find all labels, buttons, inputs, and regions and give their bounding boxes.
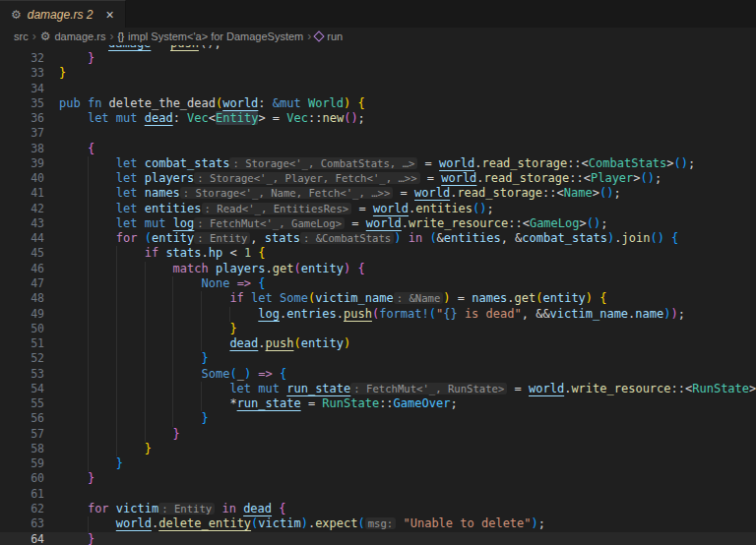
breadcrumb-item-run[interactable]: run xyxy=(315,30,343,42)
code-token xyxy=(401,231,408,245)
code-line[interactable]: 38 { xyxy=(0,142,756,156)
code-token xyxy=(59,246,145,260)
code-token: ( xyxy=(293,262,300,275)
code-line[interactable]: 48 if let Some(victim_name: &Name) = nam… xyxy=(0,291,756,306)
code-line[interactable]: 51 dead.push(entity) xyxy=(0,336,756,351)
close-icon[interactable]: × xyxy=(103,7,115,23)
code-line[interactable]: 53 Some(_) => { xyxy=(0,367,756,382)
code-line[interactable]: 62 for victim: Entity in dead { xyxy=(0,502,756,516)
tab-damage-rs[interactable]: ⚙ damage.rs 2 × xyxy=(0,0,126,28)
code-content: } xyxy=(44,471,756,486)
code-line[interactable]: 50 } xyxy=(0,322,756,336)
breadcrumb-item-impl[interactable]: {}impl System<'a> for DamageSystem xyxy=(117,30,303,42)
line-number[interactable]: 56 xyxy=(0,411,44,426)
line-number[interactable]: 38 xyxy=(0,142,44,156)
line-number[interactable]: 59 xyxy=(0,456,44,471)
code-token: victim_name xyxy=(550,307,628,321)
code-line[interactable]: 34 xyxy=(0,82,756,96)
line-number[interactable]: 64 xyxy=(0,532,44,545)
code-line-current[interactable]: 64 } xyxy=(0,532,756,545)
line-number[interactable]: 34 xyxy=(0,82,44,96)
line-number[interactable]: 42 xyxy=(0,202,44,216)
line-number[interactable]: 43 xyxy=(0,216,44,231)
line-number[interactable]: 32 xyxy=(0,51,44,66)
line-number[interactable]: 44 xyxy=(0,231,44,246)
code-line[interactable]: 39 let combat_stats: Storage<'_, CombatS… xyxy=(0,156,756,171)
line-number[interactable]: 46 xyxy=(0,262,44,276)
code-line[interactable]: 55 *run_state = RunState::GameOver; xyxy=(0,396,756,411)
line-number[interactable]: 47 xyxy=(0,276,44,291)
breadcrumb-item-src[interactable]: src xyxy=(14,30,29,42)
breadcrumb-item-damage.rs[interactable]: ⚙damage.rs xyxy=(40,30,106,42)
line-number[interactable]: 39 xyxy=(0,156,44,171)
code-line[interactable]: 46 match players.get(entity) { xyxy=(0,262,756,276)
code-line[interactable]: 56 } xyxy=(0,411,756,426)
line-number[interactable]: 52 xyxy=(0,351,44,366)
line-number[interactable]: 45 xyxy=(0,246,44,261)
code-line[interactable]: 36 let mut dead: Vec<Entity> = Vec::new(… xyxy=(0,111,756,126)
code-token: < xyxy=(222,246,244,260)
code-line[interactable]: 61 xyxy=(0,487,756,502)
line-number[interactable]: 55 xyxy=(0,396,44,411)
line-number[interactable]: 53 xyxy=(0,367,44,382)
code-token: ) xyxy=(681,156,688,170)
code-line[interactable]: 45 if stats.hp < 1 { xyxy=(0,246,756,261)
code-line[interactable]: 43 let mut log: FetchMut<'_, GameLog> = … xyxy=(0,216,756,231)
code-line[interactable]: 54 let mut run_state: FetchMut<'_, RunSt… xyxy=(0,382,756,396)
code-line[interactable]: 63 world.delete_entity(victim).expect(ms… xyxy=(0,516,756,531)
line-number[interactable]: 41 xyxy=(0,186,44,201)
indent-guide xyxy=(116,351,117,366)
breadcrumb-label: damage.rs xyxy=(54,30,105,42)
code-token: Entity xyxy=(216,111,258,125)
code-line[interactable]: 58 } xyxy=(0,442,756,456)
code-line[interactable]: 60 } xyxy=(0,471,756,486)
line-number[interactable]: 62 xyxy=(0,502,44,516)
code-line[interactable]: 47 None => { xyxy=(0,276,756,291)
code-token: => xyxy=(258,367,272,381)
code-token xyxy=(59,502,88,515)
line-number[interactable]: 33 xyxy=(0,66,44,81)
code-token: ::< xyxy=(542,186,564,200)
line-number[interactable]: 37 xyxy=(0,126,44,141)
line-number[interactable]: 60 xyxy=(0,471,44,486)
inlay-hint: : Read<'_, EntitiesRes> xyxy=(202,203,352,214)
code-token: ::< xyxy=(508,216,530,230)
code-line[interactable]: 49 log.entries.push(format!("{} is dead"… xyxy=(0,307,756,322)
line-number[interactable]: 51 xyxy=(0,336,44,351)
code-line[interactable]: 59 } xyxy=(0,456,756,471)
line-number[interactable]: 49 xyxy=(0,307,44,322)
code-token xyxy=(244,291,251,305)
line-number[interactable]: 58 xyxy=(0,442,44,456)
code-line[interactable]: 35pub fn delete_the_dead(world: &mut Wor… xyxy=(0,96,756,111)
line-number[interactable]: 35 xyxy=(0,96,44,111)
indent-guide xyxy=(88,216,89,231)
code-content xyxy=(44,82,756,96)
code-line[interactable]: 37 xyxy=(0,126,756,141)
code-line[interactable]: 32 } xyxy=(0,51,756,66)
line-number[interactable]: 63 xyxy=(0,516,44,531)
code-token: run_state xyxy=(237,396,301,410)
code-line[interactable]: 57 } xyxy=(0,427,756,442)
code-line[interactable]: 52 } xyxy=(0,351,756,366)
line-number[interactable]: 54 xyxy=(0,382,44,396)
indent-guide xyxy=(88,186,89,201)
indent-guide xyxy=(116,427,117,442)
code-token: world xyxy=(529,382,564,395)
indent-guide xyxy=(88,202,89,216)
code-token xyxy=(109,111,116,125)
code-line[interactable]: 40 let players: Storage<'_, Player, Fetc… xyxy=(0,171,756,186)
code-token xyxy=(273,291,280,305)
code-line[interactable]: 41 let names: Storage<'_, Name, Fetch<'_… xyxy=(0,186,756,201)
code-line[interactable]: 42 let entities: Read<'_, EntitiesRes> =… xyxy=(0,202,756,216)
code-line[interactable]: 33} xyxy=(0,66,756,81)
line-number[interactable]: 57 xyxy=(0,427,44,442)
code-token: {} xyxy=(443,307,457,321)
indent-guide xyxy=(88,456,89,471)
editor: damagepush(); 32 }33}3435pub fn delete_t… xyxy=(0,45,756,545)
line-number[interactable]: 36 xyxy=(0,111,44,126)
line-number[interactable]: 40 xyxy=(0,171,44,186)
line-number[interactable]: 48 xyxy=(0,291,44,306)
line-number[interactable]: 50 xyxy=(0,322,44,336)
code-line[interactable]: 44 for (entity: Entity, stats: &CombatSt… xyxy=(0,231,756,246)
line-number[interactable]: 61 xyxy=(0,487,44,502)
